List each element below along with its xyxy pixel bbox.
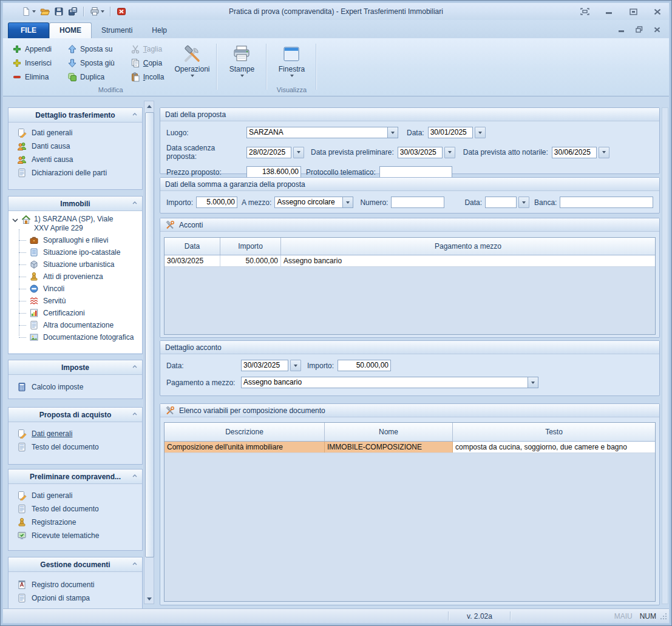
tab-help[interactable]: Help <box>142 23 177 38</box>
doc-minimize-button[interactable] <box>618 26 625 35</box>
sidebar-item-dati-generali[interactable]: Dati generali <box>8 126 142 140</box>
scroll-down-button[interactable] <box>144 594 154 604</box>
column-header-data[interactable]: Data <box>165 238 220 255</box>
minimize-button[interactable] <box>603 7 614 16</box>
new-file-button[interactable] <box>20 6 37 17</box>
data-combobox[interactable]: 30/01/2025 <box>428 127 486 138</box>
banca-input[interactable] <box>560 197 653 208</box>
column-header-importo[interactable]: Importo <box>220 238 281 255</box>
open-button[interactable] <box>39 6 51 17</box>
inserisci-button[interactable]: Inserisci <box>9 57 55 69</box>
section-header-preliminare[interactable]: Preliminare compravend... <box>8 470 142 484</box>
section-header-proposta[interactable]: Proposta di acquisto <box>8 408 142 422</box>
tree-item-ipo-catastale[interactable]: Situazione ipo-catastale <box>29 246 141 258</box>
section-header-dettaglio[interactable]: Dettaglio trasferimento <box>8 108 142 123</box>
appendi-button[interactable]: Appendi <box>9 43 55 55</box>
print-dropdown-icon[interactable] <box>101 10 104 13</box>
tab-strumenti[interactable]: Strumenti <box>92 23 142 38</box>
stampe-button[interactable]: Stampe <box>219 42 264 78</box>
sidebar-item-proposta-dati-generali[interactable]: Dati generali <box>8 427 142 440</box>
tree-item-atti-provenienza[interactable]: Atti di provenienza <box>29 271 141 283</box>
fullscreen-button[interactable] <box>579 7 590 16</box>
acconto-data-combobox[interactable]: 30/03/2025 <box>241 360 301 371</box>
collapse-chevron-icon[interactable] <box>132 412 137 416</box>
dropdown-arrow-icon[interactable] <box>293 147 304 158</box>
column-header-descrizione[interactable]: Descrizione <box>165 423 325 441</box>
importo-input[interactable]: 5.000,00 <box>196 197 237 208</box>
preliminare-combobox[interactable]: 30/03/2025 <box>398 147 455 158</box>
sidebar-item-aventi-causa[interactable]: Aventi causa <box>8 153 142 166</box>
section-header-gestione[interactable]: Gestione documenti <box>8 557 142 572</box>
variabili-table-row[interactable]: Composizione dell'unità immobiliare IMMO… <box>165 442 655 453</box>
dropdown-arrow-icon[interactable] <box>387 127 398 138</box>
data-garanzia-combobox[interactable] <box>485 197 529 208</box>
dropdown-arrow-icon[interactable] <box>444 147 455 158</box>
taglia-button[interactable]: Taglia <box>127 43 168 55</box>
scroll-up-button[interactable] <box>144 101 154 111</box>
collapse-chevron-icon[interactable] <box>132 113 137 116</box>
operazioni-button[interactable]: Operazioni <box>169 42 214 78</box>
acconti-table-row[interactable]: 30/03/2025 50.000,00 Assegno bancario <box>165 255 655 267</box>
sidebar-scrollbar[interactable] <box>144 101 154 604</box>
scadenza-combobox[interactable]: 28/02/2025 <box>246 147 304 158</box>
doc-restore-button[interactable] <box>636 26 643 35</box>
tree-item-sopralluoghi[interactable]: Sopralluoghi e rilievi <box>29 234 141 246</box>
column-header-pagamento[interactable]: Pagamento a mezzo <box>281 238 655 255</box>
section-header-imposte[interactable]: Imposte <box>8 360 142 375</box>
tree-item-doc-fotografica[interactable]: Documentazione fotografica <box>29 331 141 343</box>
collapse-chevron-icon[interactable] <box>132 474 137 477</box>
copia-button[interactable]: Copia <box>127 57 168 69</box>
incolla-button[interactable]: Incolla <box>127 71 168 83</box>
luogo-combobox[interactable]: SARZANA <box>246 127 398 138</box>
sidebar-item-danti-causa[interactable]: Danti causa <box>8 140 142 153</box>
atto-notarile-combobox[interactable]: 30/06/2025 <box>552 147 609 158</box>
column-header-nome[interactable]: Nome <box>325 423 453 441</box>
tree-item-servitu[interactable]: Servitù <box>29 295 141 307</box>
scrollbar-thumb[interactable] <box>145 112 154 557</box>
elimina-button[interactable]: Elimina <box>9 71 55 83</box>
numero-input[interactable] <box>391 197 444 208</box>
tab-home[interactable]: HOME <box>49 22 92 39</box>
dropdown-arrow-icon[interactable] <box>475 127 486 138</box>
maximize-button[interactable] <box>628 7 639 16</box>
dropdown-arrow-icon[interactable] <box>599 147 609 158</box>
column-header-testo[interactable]: Testo <box>453 423 655 441</box>
resize-grip-icon[interactable] <box>660 613 667 620</box>
dropdown-arrow-icon[interactable] <box>518 197 529 208</box>
sposta-su-button[interactable]: Sposta su <box>64 43 118 55</box>
tree-item-urbanistica[interactable]: Situazione urbanistica <box>29 258 141 271</box>
sidebar-item-registro-documenti[interactable]: Registro documenti <box>8 578 142 591</box>
exit-button[interactable] <box>115 6 127 17</box>
a-mezzo-combobox[interactable]: Assegno circolare <box>274 197 353 208</box>
doc-close-button[interactable] <box>654 26 660 35</box>
tree-item-certificazioni[interactable]: Certificazioni <box>29 307 141 319</box>
collapse-chevron-icon[interactable] <box>132 201 137 204</box>
print-button[interactable] <box>89 6 106 17</box>
sidebar-item-ricevute[interactable]: Ricevute telematiche <box>8 529 142 542</box>
save-button[interactable] <box>53 6 65 17</box>
sidebar-item-registrazione[interactable]: Registrazione <box>8 516 142 529</box>
close-button[interactable] <box>652 7 663 16</box>
tree-expander-icon[interactable] <box>12 218 18 223</box>
prezzo-input[interactable]: 138.600,00 <box>246 166 301 178</box>
dropdown-arrow-icon[interactable] <box>342 197 353 208</box>
sidebar-item-preliminare-dati[interactable]: Dati generali <box>8 489 142 502</box>
save-as-button[interactable] <box>67 6 79 17</box>
duplica-button[interactable]: Duplica <box>64 71 118 83</box>
sidebar-item-proposta-testo[interactable]: Testo del documento <box>8 440 142 454</box>
tree-item-altra-documentazione[interactable]: Altra documentazione <box>29 319 141 331</box>
tree-root-immobile[interactable]: 1) SARZANA (SP), Viale XXV Aprile 229 <box>12 215 141 233</box>
acconto-importo-input[interactable]: 50.000,00 <box>338 360 391 371</box>
tab-file[interactable]: FILE <box>8 22 49 38</box>
content-scrollbar[interactable] <box>662 107 668 604</box>
sidebar-item-opzioni-stampa[interactable]: Opzioni di stampa <box>8 591 142 605</box>
section-header-immobili[interactable]: Immobili <box>8 197 142 211</box>
finestra-button[interactable]: Finestra <box>269 42 314 78</box>
tree-item-vincoli[interactable]: Vincoli <box>29 283 141 295</box>
dropdown-arrow-icon[interactable] <box>528 377 538 388</box>
dropdown-arrow-icon[interactable] <box>290 360 301 371</box>
sidebar-item-preliminare-testo[interactable]: Testo del documento <box>8 502 142 516</box>
collapse-chevron-icon[interactable] <box>132 365 137 368</box>
acconto-mezzo-combobox[interactable]: Assegno bancario <box>241 377 538 388</box>
new-file-dropdown-icon[interactable] <box>32 10 36 13</box>
